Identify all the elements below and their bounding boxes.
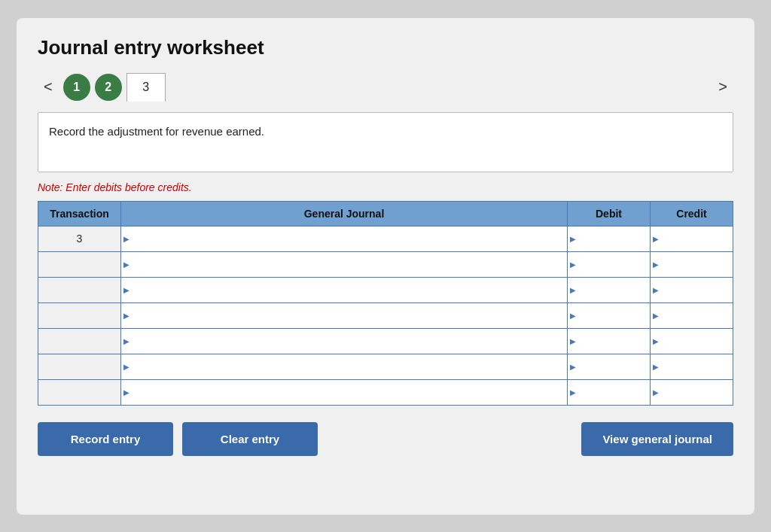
cell-credit[interactable]	[651, 302, 733, 328]
debit-input[interactable]	[568, 303, 650, 328]
tabs-row: < 1 2 3 >	[38, 73, 733, 102]
journal-input[interactable]	[121, 252, 567, 277]
view-general-journal-button[interactable]: View general journal	[581, 422, 733, 456]
tab-2[interactable]: 2	[95, 74, 122, 101]
table-row: 3	[38, 226, 733, 251]
cell-journal[interactable]	[121, 226, 568, 251]
cell-credit[interactable]	[651, 251, 733, 277]
credit-input[interactable]	[651, 329, 733, 354]
col-header-credit: Credit	[651, 201, 733, 226]
cell-debit[interactable]	[568, 226, 651, 251]
clear-entry-button[interactable]: Clear entry	[182, 422, 318, 456]
table-row	[38, 251, 733, 277]
table-row	[38, 354, 733, 379]
cell-journal[interactable]	[121, 379, 568, 405]
cell-debit[interactable]	[568, 379, 651, 405]
credit-input[interactable]	[651, 380, 733, 405]
cell-debit[interactable]	[568, 354, 651, 379]
nav-right-arrow[interactable]: >	[712, 75, 733, 99]
tab-3[interactable]: 3	[126, 73, 166, 102]
cell-transaction	[38, 379, 121, 405]
debit-input[interactable]	[568, 278, 650, 302]
cell-transaction	[38, 277, 121, 302]
cell-transaction	[38, 251, 121, 277]
debit-input[interactable]	[568, 380, 650, 405]
journal-input[interactable]	[121, 278, 567, 302]
credit-input[interactable]	[651, 278, 733, 302]
cell-credit[interactable]	[651, 277, 733, 302]
cell-transaction	[38, 328, 121, 354]
debit-input[interactable]	[568, 226, 650, 251]
col-header-debit: Debit	[568, 201, 651, 226]
cell-debit[interactable]	[568, 277, 651, 302]
cell-journal[interactable]	[121, 354, 568, 379]
cell-credit[interactable]	[651, 354, 733, 379]
description-box: Record the adjustment for revenue earned…	[38, 112, 733, 172]
main-container: Journal entry worksheet < 1 2 3 > Record…	[17, 18, 754, 515]
cell-journal[interactable]	[121, 251, 568, 277]
debit-input[interactable]	[568, 329, 650, 354]
col-header-journal: General Journal	[121, 201, 568, 226]
record-entry-button[interactable]: Record entry	[38, 422, 173, 456]
journal-input[interactable]	[121, 354, 567, 379]
cell-debit[interactable]	[568, 328, 651, 354]
cell-transaction	[38, 302, 121, 328]
cell-debit[interactable]	[568, 251, 651, 277]
cell-transaction	[38, 354, 121, 379]
journal-input[interactable]	[121, 303, 567, 328]
description-text: Record the adjustment for revenue earned…	[49, 125, 264, 138]
page-title: Journal entry worksheet	[38, 36, 733, 59]
journal-input[interactable]	[121, 380, 567, 405]
table-row	[38, 277, 733, 302]
tab-1[interactable]: 1	[63, 74, 90, 101]
nav-left-arrow[interactable]: <	[38, 75, 59, 99]
credit-input[interactable]	[651, 226, 733, 251]
credit-input[interactable]	[651, 303, 733, 328]
buttons-row: Record entry Clear entry View general jo…	[38, 422, 733, 456]
credit-input[interactable]	[651, 354, 733, 379]
cell-transaction: 3	[38, 226, 121, 251]
cell-credit[interactable]	[651, 226, 733, 251]
col-header-transaction: Transaction	[38, 201, 121, 226]
cell-credit[interactable]	[651, 328, 733, 354]
cell-journal[interactable]	[121, 302, 568, 328]
table-row	[38, 328, 733, 354]
debit-input[interactable]	[568, 252, 650, 277]
journal-input[interactable]	[121, 329, 567, 354]
credit-input[interactable]	[651, 252, 733, 277]
cell-debit[interactable]	[568, 302, 651, 328]
cell-journal[interactable]	[121, 277, 568, 302]
note-text: Note: Enter debits before credits.	[38, 181, 733, 193]
cell-credit[interactable]	[651, 379, 733, 405]
journal-table: Transaction General Journal Debit Credit…	[38, 201, 733, 406]
cell-journal[interactable]	[121, 328, 568, 354]
debit-input[interactable]	[568, 354, 650, 379]
journal-input[interactable]	[121, 226, 567, 251]
table-row	[38, 379, 733, 405]
table-row	[38, 302, 733, 328]
